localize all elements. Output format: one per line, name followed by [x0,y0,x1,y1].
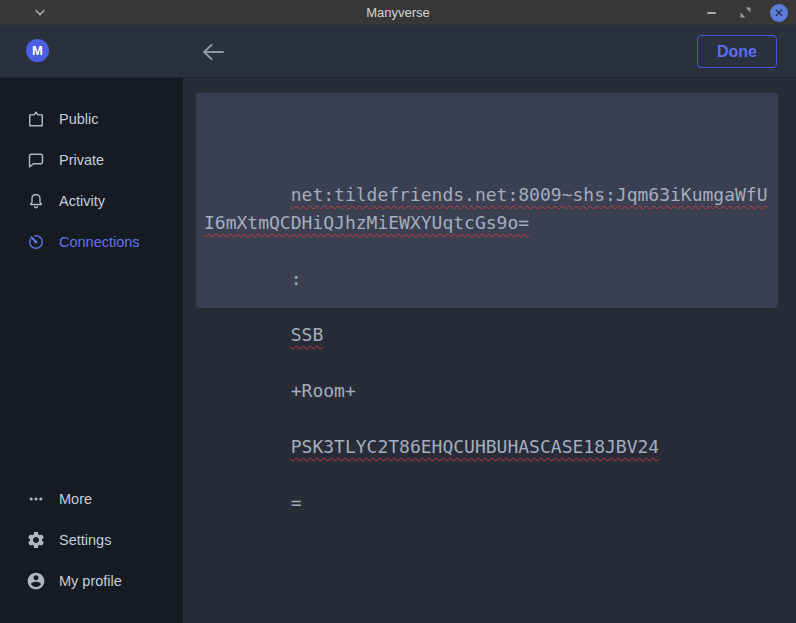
profile-icon [25,570,46,591]
public-icon [25,108,46,129]
sidebar-item-label: Connections [59,234,140,250]
connections-icon [25,231,46,252]
sidebar-item-public[interactable]: Public [0,98,183,139]
back-arrow-icon [201,42,225,62]
invite-code-text: net:tildefriends.net:8009~shs:Jqm63iKumg… [204,97,768,545]
close-button[interactable]: ✕ [770,4,788,22]
logo-letter: M [32,43,43,58]
invite-code-input[interactable]: net:tildefriends.net:8009~shs:Jqm63iKumg… [196,93,778,308]
sidebar-item-label: Public [59,111,99,127]
restore-icon [740,7,751,18]
sidebar-item-settings[interactable]: Settings [0,519,183,560]
invite-code-segment: PSK3TLYC2T86EHQCUHBUHASCASE18JBV24 [291,436,659,457]
sidebar-top-group: Public Private Activity [0,98,183,262]
back-button[interactable] [198,38,228,66]
manyverse-logo: M [26,39,49,62]
done-button[interactable]: Done [697,35,777,68]
sidebar-item-more[interactable]: More [0,478,183,519]
sidebar-item-private[interactable]: Private [0,139,183,180]
sidebar-spacer [0,262,183,478]
invite-code-segment: SSB [291,324,324,345]
minimize-button[interactable] [702,4,720,22]
close-icon: ✕ [770,4,788,22]
sidebar: Public Private Activity [0,78,183,623]
window-controls: ✕ [702,0,788,25]
invite-code-segment: net:tildefriends.net:8009~shs:Jqm63iKumg… [204,184,768,233]
invite-code-segment: +Room+ [291,380,356,401]
sidebar-bottom-group: More Settings My profile [0,478,183,601]
sidebar-item-label: Private [59,152,104,168]
activity-icon [25,190,46,211]
app-header: M Done [0,25,796,78]
sidebar-item-label: Settings [59,532,111,548]
sidebar-item-label: More [59,491,92,507]
window-titlebar: Manyverse ✕ [0,0,796,25]
invite-code-segment: : [291,268,302,289]
private-icon [25,149,46,170]
main-content: net:tildefriends.net:8009~shs:Jqm63iKumg… [183,78,796,623]
settings-icon [25,529,46,550]
invite-code-segment: = [291,492,302,513]
minimize-icon [707,12,716,14]
more-icon [25,488,46,509]
sidebar-item-connections[interactable]: Connections [0,221,183,262]
sidebar-item-activity[interactable]: Activity [0,180,183,221]
restore-button[interactable] [736,4,754,22]
sidebar-item-my-profile[interactable]: My profile [0,560,183,601]
sidebar-item-label: Activity [59,193,105,209]
window-title: Manyverse [0,0,796,25]
sidebar-item-label: My profile [59,573,122,589]
